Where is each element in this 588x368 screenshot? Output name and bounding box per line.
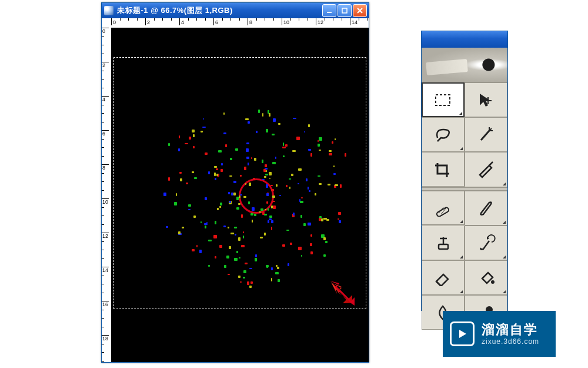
particle	[273, 205, 276, 208]
crop-tool[interactable]	[422, 152, 465, 187]
particle	[236, 251, 238, 253]
particle	[268, 208, 269, 210]
particle	[205, 152, 208, 155]
watermark-brand: 溜溜自学	[482, 322, 539, 337]
particle	[228, 192, 229, 194]
particle	[288, 263, 289, 267]
horizontal-ruler[interactable]: 02468101214	[111, 18, 369, 28]
particle	[260, 237, 263, 238]
particle	[255, 258, 257, 261]
clone-stamp-tool[interactable]	[422, 226, 465, 260]
particle	[289, 178, 291, 180]
particle	[182, 227, 184, 228]
particle	[338, 218, 339, 220]
particle	[248, 201, 250, 204]
particle	[292, 150, 296, 151]
particle	[252, 207, 255, 211]
particle	[258, 110, 260, 113]
particle	[310, 153, 312, 157]
magic-wand-tool[interactable]	[465, 117, 507, 152]
particle	[285, 144, 288, 147]
particle	[269, 216, 272, 218]
move-tool[interactable]	[465, 82, 507, 117]
particle	[205, 197, 207, 200]
canvas[interactable]	[111, 28, 369, 362]
ruler-origin[interactable]	[102, 18, 111, 28]
watermark-url: zixue.3d66.com	[482, 337, 539, 346]
window-title: 未标题-1 @ 66.7%(图层 1,RGB)	[117, 5, 322, 16]
svg-line-17	[439, 207, 443, 213]
particle	[193, 134, 195, 138]
particle	[248, 121, 249, 124]
particle	[166, 226, 168, 228]
particle	[276, 184, 278, 187]
particle	[192, 249, 194, 251]
titlebar[interactable]: 未标题-1 @ 66.7%(图层 1,RGB)	[102, 3, 369, 18]
maximize-button[interactable]	[338, 4, 352, 17]
particle	[329, 153, 332, 155]
particle	[319, 137, 322, 141]
particle	[243, 196, 246, 198]
eraser-tool[interactable]	[422, 260, 465, 295]
particle	[194, 177, 197, 180]
particle	[266, 265, 269, 267]
healing-brush-tool[interactable]	[422, 191, 465, 226]
svg-line-18	[441, 208, 446, 214]
particle	[289, 187, 290, 189]
particle	[249, 183, 251, 186]
particle	[220, 203, 222, 206]
particle	[208, 171, 210, 174]
particle	[269, 178, 270, 179]
canvas-viewport[interactable]	[111, 28, 369, 362]
minimize-button[interactable]	[322, 4, 336, 17]
slice-tool[interactable]	[465, 152, 507, 187]
particle	[235, 148, 238, 151]
particle	[220, 169, 223, 173]
particle	[300, 201, 303, 203]
particle	[234, 258, 238, 261]
submenu-indicator-icon	[503, 221, 506, 224]
particle	[333, 173, 336, 175]
toolbox-titlebar[interactable]	[422, 31, 507, 48]
particle	[223, 132, 227, 134]
toolbox-panel[interactable]	[421, 31, 508, 311]
particle	[241, 245, 245, 248]
particle	[244, 167, 246, 170]
particle	[247, 281, 249, 285]
svg-rect-19	[439, 244, 448, 249]
particle	[192, 171, 194, 173]
submenu-indicator-icon	[460, 147, 463, 150]
tool-grid	[422, 82, 507, 329]
particle	[254, 158, 256, 161]
history-brush-tool[interactable]	[465, 226, 507, 260]
particle	[328, 184, 330, 185]
watermark-badge: 溜溜自学 zixue.3d66.com	[443, 311, 556, 357]
particle	[215, 221, 216, 224]
particle	[271, 189, 275, 191]
vertical-ruler[interactable]: 024681012141618	[102, 28, 111, 362]
particle	[310, 251, 312, 254]
particle	[249, 268, 252, 270]
particle	[168, 143, 169, 146]
brush-tool[interactable]	[465, 191, 507, 226]
rectangular-marquee-tool[interactable]	[422, 82, 465, 117]
particle	[265, 174, 268, 175]
toolbox-banner	[422, 48, 507, 82]
particle	[189, 137, 191, 140]
particle	[219, 245, 222, 248]
lasso-tool[interactable]	[422, 117, 465, 152]
particle	[196, 245, 198, 247]
annotation-arrow-icon	[329, 280, 355, 306]
particle	[219, 206, 221, 208]
particle	[215, 256, 216, 258]
particle	[323, 237, 326, 240]
particle	[319, 218, 321, 221]
particle	[338, 212, 341, 215]
svg-rect-1	[342, 8, 347, 13]
particle	[283, 155, 285, 157]
particle	[332, 141, 333, 143]
particle	[276, 265, 278, 267]
paint-bucket-tool[interactable]	[465, 260, 507, 295]
close-button[interactable]	[353, 4, 367, 17]
particle	[268, 220, 269, 223]
